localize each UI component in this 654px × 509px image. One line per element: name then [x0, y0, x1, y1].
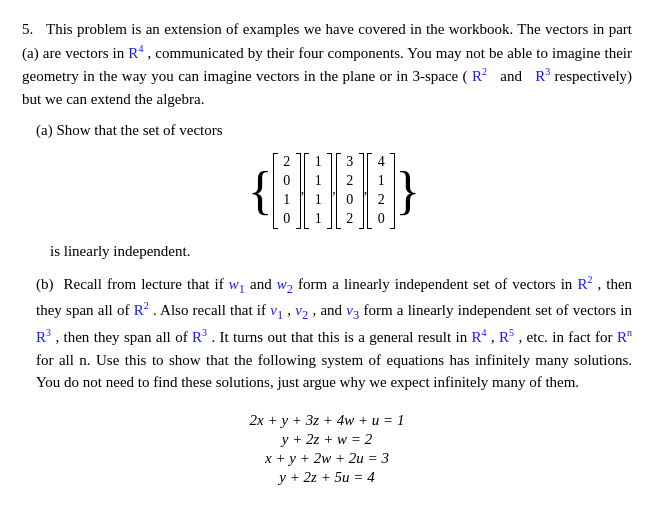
part-b-text1: Recall from lecture that if	[64, 276, 229, 292]
problem-container: 5. This problem is an extension of examp…	[22, 18, 632, 486]
w1-symbol: w1	[229, 276, 245, 292]
r4-symbol: R4	[128, 45, 143, 61]
and-text: and	[500, 68, 522, 84]
r2c-symbol: R2	[134, 302, 149, 318]
problem-intro: 5. This problem is an extension of examp…	[22, 18, 632, 110]
part-b-text2: and	[250, 276, 277, 292]
linearly-independent-text: is linearly independent.	[50, 243, 632, 260]
part-b-text11: ,	[491, 329, 499, 345]
equation-2: y + 2z + w = 2	[187, 431, 467, 448]
r2b-symbol: R2	[577, 276, 592, 292]
part-b-text5: . Also recall that if	[153, 302, 270, 318]
part-b-text13: for all n. Use this to show that the fol…	[36, 352, 632, 391]
w2-symbol: w2	[277, 276, 293, 292]
matrix-1: 2 0 1 0	[273, 153, 301, 229]
part-b-text12: , etc. in fact for	[518, 329, 617, 345]
part-b-text8: form a linearly independent set of vecto…	[363, 302, 632, 318]
v1-symbol: v1	[270, 302, 283, 318]
rn-symbol: Rn	[617, 329, 632, 345]
v2-symbol: v2	[295, 302, 308, 318]
equation-1: 2x + y + 3z + 4w + u = 1	[187, 412, 467, 429]
equation-3: x + y + 2w + 2u = 3	[187, 450, 467, 467]
matrix-2: 1 1 1 1	[304, 153, 332, 229]
matrix-3: 3 2 0 2	[336, 153, 364, 229]
v3-symbol: v3	[346, 302, 359, 318]
part-b-label: (b)	[36, 276, 59, 292]
left-curly-brace: {	[248, 165, 273, 217]
equation-4: y + 2z + 5u = 4	[187, 469, 467, 486]
r3b-symbol: R3	[36, 329, 51, 345]
matrix-set: { 2 0 1 0 , 1 1 1 1	[36, 153, 632, 229]
problem-number: 5.	[22, 21, 33, 37]
part-b-text9: , then they span all of	[55, 329, 192, 345]
r3-symbol: R3	[535, 68, 550, 84]
part-a: (a) Show that the set of vectors { 2 0 1…	[36, 122, 632, 260]
equation-system: 2x + y + 3z + 4w + u = 1 y + 2z + w = 2 …	[22, 412, 632, 486]
right-curly-brace: }	[395, 165, 420, 217]
r5b-symbol: R5	[499, 329, 514, 345]
r3c-symbol: R3	[192, 329, 207, 345]
matrix-4: 4 1 2 0	[367, 153, 395, 229]
part-b-text3: form a linearly independent set of vecto…	[298, 276, 577, 292]
part-b-text10: . It turns out that this is a general re…	[211, 329, 471, 345]
part-b: (b) Recall from lecture that if w1 and w…	[36, 272, 632, 394]
r4b-symbol: R4	[472, 329, 487, 345]
r2-symbol: R2	[472, 68, 487, 84]
part-a-label: (a) Show that the set of vectors	[36, 122, 223, 138]
part-b-text7: , and	[312, 302, 346, 318]
